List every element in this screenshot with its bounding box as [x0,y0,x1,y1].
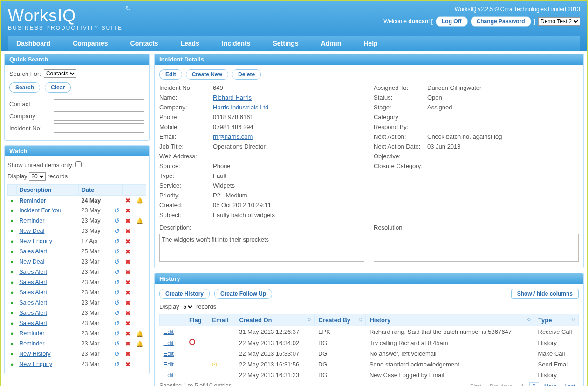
undo-icon[interactable]: ↺ [114,237,120,245]
undo-icon[interactable]: ↺ [114,278,120,286]
nav-contacts[interactable]: Contacts [129,36,160,51]
watch-item-link[interactable]: Reminder [19,340,44,347]
bell-icon[interactable]: 🔔 [136,331,144,337]
pager-next[interactable]: Next [541,382,560,386]
watch-item-link[interactable]: Sales Alert [19,279,47,285]
detail-link[interactable]: Richard Harris [213,94,252,101]
delete-incident-button[interactable]: Delete [232,69,261,80]
watch-item-link[interactable]: Sales Alert [19,299,47,306]
delete-icon[interactable]: ✖ [125,279,130,286]
nav-companies[interactable]: Companies [71,36,109,51]
create-followup-button[interactable]: Create Follow Up [214,289,272,299]
unread-only-checkbox[interactable] [75,161,82,167]
delete-icon[interactable]: ✖ [125,300,130,306]
delete-icon[interactable]: ✖ [125,351,130,358]
delete-icon[interactable]: ✖ [125,197,130,204]
create-incident-button[interactable]: Create New [186,69,228,80]
bell-icon[interactable]: 🔔 [136,341,144,347]
description-textarea[interactable]: The widgets won't fit into their sprocke… [159,234,364,262]
delete-icon[interactable]: ✖ [125,228,130,235]
incident-no-input[interactable] [54,123,144,133]
col-flag[interactable]: Flag [185,314,208,326]
col-history[interactable]: History◇ [366,314,534,326]
bell-icon[interactable]: 🔔 [136,197,144,204]
undo-icon[interactable]: ↺ [114,330,120,337]
watch-item-link[interactable]: Sales Alert [19,320,47,326]
edit-history-link[interactable]: Edit [164,372,174,379]
undo-icon[interactable]: ↺ [114,207,120,214]
resolution-textarea[interactable] [374,234,579,262]
undo-icon[interactable]: ↺ [114,258,120,265]
delete-icon[interactable]: ✖ [125,320,130,327]
watch-item-link[interactable]: Sales Alert [19,289,47,296]
undo-icon[interactable]: ↺ [114,360,120,368]
delete-icon[interactable]: ✖ [125,341,130,347]
nav-admin[interactable]: Admin [319,36,343,51]
delete-icon[interactable]: ✖ [125,218,130,224]
col-type[interactable]: Type◇ [534,314,579,326]
delete-icon[interactable]: ✖ [125,249,130,255]
show-hide-columns-button[interactable]: Show / hide columns [511,289,579,299]
nav-leads[interactable]: Leads [179,36,201,51]
edit-history-link[interactable]: Edit [164,328,174,335]
watch-item-link[interactable]: New Enquiry [19,238,52,244]
delete-icon[interactable]: ✖ [125,208,130,214]
delete-icon[interactable]: ✖ [125,269,130,276]
watch-item-link[interactable]: New History [19,351,50,357]
nav-help[interactable]: Help [362,36,379,51]
delete-icon[interactable]: ✖ [125,310,130,317]
undo-icon[interactable]: ↺ [114,268,120,276]
undo-icon[interactable]: ↺ [114,248,120,255]
watch-item-link[interactable]: Reminder [19,330,44,337]
watch-item-link[interactable]: Incident For You [19,207,61,214]
delete-icon[interactable]: ✖ [125,290,130,296]
edit-history-link[interactable]: Edit [164,339,174,346]
nav-incidents[interactable]: Incidents [220,36,252,51]
undo-icon[interactable]: ↺ [114,289,120,296]
undo-icon[interactable]: ↺ [114,217,120,224]
watch-item-link[interactable]: Reminder [19,217,44,224]
watch-col-date[interactable]: Date [79,185,111,196]
company-input[interactable] [54,111,144,121]
history-display-select[interactable]: 5 [181,303,194,311]
watch-col-desc[interactable]: Description [16,185,78,196]
tenant-select[interactable]: Demo Test 2 [538,17,580,26]
search-for-select[interactable]: Contacts [44,69,76,78]
undo-icon[interactable]: ↺ [114,299,120,306]
log-off-button[interactable]: Log Off [436,16,468,27]
undo-icon[interactable]: ↺ [114,319,120,327]
undo-icon[interactable]: ↺ [114,350,120,358]
edit-history-link[interactable]: Edit [164,361,174,368]
col-created-by[interactable]: Created By◇ [315,314,366,326]
nav-settings[interactable]: Settings [271,36,300,51]
col-email[interactable]: Email [208,314,235,326]
change-password-button[interactable]: Change Password [471,16,531,27]
watch-display-select[interactable]: 20 [29,172,46,181]
delete-icon[interactable]: ✖ [125,361,130,368]
edit-history-link[interactable]: Edit [164,350,174,357]
pager-last[interactable]: Last [561,382,579,386]
detail-link[interactable]: Harris Industrials Ltd [213,104,268,111]
watch-item-link[interactable]: New Deal [19,258,44,265]
watch-item-link[interactable]: Sales Alert [19,310,47,316]
watch-item-link[interactable]: Reminder [19,197,46,204]
contact-input[interactable] [54,99,144,108]
watch-item-link[interactable]: New Deal [19,228,44,234]
delete-icon[interactable]: ✖ [125,238,130,245]
clear-button[interactable]: Clear [45,82,71,93]
undo-icon[interactable]: ↺ [114,227,120,235]
create-history-button[interactable]: Create History [159,289,210,299]
nav-dashboard[interactable]: Dashboard [14,36,52,51]
delete-icon[interactable]: ✖ [125,331,130,337]
edit-incident-button[interactable]: Edit [159,69,182,80]
detail-link[interactable]: rh@harris.com [213,133,253,140]
undo-icon[interactable]: ↺ [114,340,120,347]
pager-2[interactable]: 2 [529,382,539,386]
watch-item-link[interactable]: New Enquiry [19,361,52,367]
bell-icon[interactable]: 🔔 [136,218,144,224]
search-button[interactable]: Search [9,82,40,93]
watch-item-link[interactable]: Sales Alert [19,269,47,275]
watch-item-link[interactable]: Sales Alert [19,248,47,255]
col-created-on[interactable]: Created On◇ [235,314,315,326]
delete-icon[interactable]: ✖ [125,259,130,265]
